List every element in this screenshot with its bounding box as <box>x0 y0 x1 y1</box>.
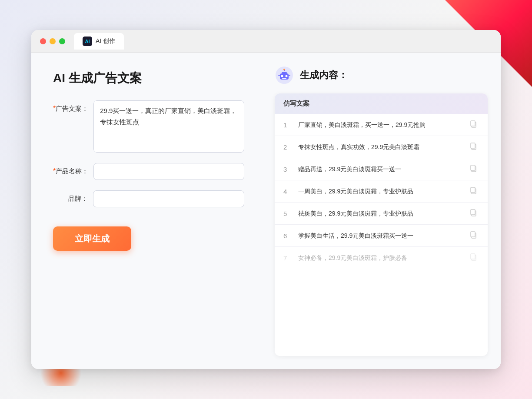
svg-rect-21 <box>471 232 475 237</box>
table-header: 仿写文案 <box>275 93 488 114</box>
svg-rect-15 <box>471 165 475 170</box>
row-text: 专抹女性斑点，真实功效，29.9元美白淡斑霜 <box>298 143 463 152</box>
ad-copy-label: *广告文案： <box>53 100 88 113</box>
minimize-button[interactable] <box>50 38 56 44</box>
copy-icon[interactable] <box>469 164 479 174</box>
traffic-lights <box>40 38 65 44</box>
copy-icon[interactable] <box>469 186 479 196</box>
generate-button[interactable]: 立即生成 <box>53 226 131 251</box>
product-name-group: *产品名称： 美白淡斑霜 <box>53 163 244 180</box>
table-rows: 1 厂家直销，美白淡斑霜，买一送一，29.9元抢购 2 专抹女性斑点，真实功效，… <box>275 114 488 269</box>
tab-ai-icon: AI <box>83 37 92 46</box>
row-text: 一周美白，29.9元美白淡斑霜，专业护肤品 <box>298 187 463 196</box>
tab-ai-create[interactable]: AI AI 创作 <box>74 33 124 50</box>
titlebar: AI AI 创作 <box>31 30 501 53</box>
table-row: 1 厂家直销，美白淡斑霜，买一送一，29.9元抢购 <box>275 114 488 136</box>
row-number: 5 <box>283 210 292 217</box>
maximize-button[interactable] <box>59 38 65 44</box>
row-text: 厂家直销，美白淡斑霜，买一送一，29.9元抢购 <box>298 120 463 130</box>
row-number: 1 <box>283 121 292 129</box>
copy-icon[interactable] <box>469 209 479 218</box>
svg-rect-5 <box>282 78 286 79</box>
brand-input[interactable]: 好白 <box>93 190 244 207</box>
row-number: 3 <box>283 166 292 173</box>
svg-rect-19 <box>471 209 475 215</box>
robot-icon <box>275 66 294 85</box>
left-panel: AI 生成广告文案 *广告文案： 29.9买一送一，真正的厂家直销，美白淡斑霜，… <box>31 53 266 369</box>
table-row: 7 女神必备，29.9元美白淡斑霜，护肤必备 <box>275 247 488 269</box>
row-text: 掌握美白生活，29.9元美白淡斑霜买一送一 <box>298 231 463 240</box>
brand-group: 品牌： 好白 <box>53 190 244 207</box>
row-number: 4 <box>283 188 292 195</box>
ad-copy-group: *广告文案： 29.9买一送一，真正的厂家直销，美白淡斑霜，专抹女性斑点 <box>53 100 244 153</box>
copy-icon[interactable] <box>469 142 479 152</box>
table-row: 2 专抹女性斑点，真实功效，29.9元美白淡斑霜 <box>275 136 488 158</box>
svg-rect-11 <box>471 121 475 126</box>
right-panel: 生成内容： 仿写文案 1 厂家直销，美白淡斑霜，买一送一，29.9元抢购 2 专… <box>266 53 501 369</box>
svg-rect-23 <box>471 254 475 259</box>
browser-content: AI 生成广告文案 *广告文案： 29.9买一送一，真正的厂家直销，美白淡斑霜，… <box>31 53 501 369</box>
svg-rect-17 <box>471 187 475 193</box>
result-table: 仿写文案 1 厂家直销，美白淡斑霜，买一送一，29.9元抢购 2 专抹女性斑点，… <box>275 93 488 356</box>
brand-label: 品牌： <box>53 190 88 203</box>
copy-icon[interactable] <box>469 120 479 130</box>
table-row: 6 掌握美白生活，29.9元美白淡斑霜买一送一 <box>275 225 488 247</box>
row-number: 7 <box>283 254 292 262</box>
row-number: 6 <box>283 232 292 239</box>
row-text: 祛斑美白，29.9元美白淡斑霜，专业护肤品 <box>298 209 463 218</box>
tab-label: AI 创作 <box>96 37 115 45</box>
copy-icon[interactable] <box>469 253 479 263</box>
ad-copy-textarea[interactable]: 29.9买一送一，真正的厂家直销，美白淡斑霜，专抹女性斑点 <box>93 100 244 153</box>
browser-window: AI AI 创作 AI 生成广告文案 *广告文案： 29.9买一送一，真正的厂家… <box>31 30 501 369</box>
close-button[interactable] <box>40 38 46 44</box>
row-text: 女神必备，29.9元美白淡斑霜，护肤必备 <box>298 253 463 263</box>
page-title: AI 生成广告文案 <box>53 70 244 86</box>
row-text: 赠品再送，29.9元美白淡斑霜买一送一 <box>298 165 463 174</box>
row-number: 2 <box>283 143 292 151</box>
result-header: 生成内容： <box>275 66 488 85</box>
table-row: 3 赠品再送，29.9元美白淡斑霜买一送一 <box>275 158 488 180</box>
product-name-input[interactable]: 美白淡斑霜 <box>93 163 244 180</box>
table-row: 5 祛斑美白，29.9元美白淡斑霜，专业护肤品 <box>275 203 488 225</box>
svg-rect-13 <box>471 143 475 148</box>
svg-point-4 <box>286 75 288 77</box>
product-name-label: *产品名称： <box>53 163 88 176</box>
svg-rect-2 <box>282 72 287 74</box>
result-title: 生成内容： <box>300 69 348 82</box>
svg-point-3 <box>281 75 283 77</box>
table-row: 4 一周美白，29.9元美白淡斑霜，专业护肤品 <box>275 180 488 203</box>
svg-point-7 <box>283 69 285 70</box>
copy-icon[interactable] <box>469 231 479 240</box>
